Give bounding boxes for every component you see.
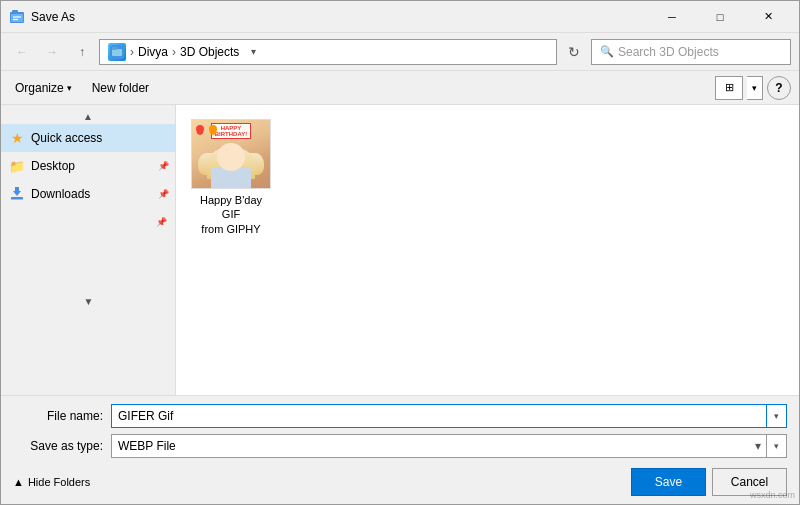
file-area: HAPPYBIRTHDAY! Happy B'day GIFfrom GIPHY	[176, 105, 799, 395]
window-controls: ─ □ ✕	[649, 1, 791, 33]
main-area: ▲ ★ Quick access 📁 Desktop 📌	[1, 105, 799, 395]
save-as-type-wrapper: WEBP File	[111, 434, 767, 458]
file-name-label: File name:	[13, 409, 103, 423]
svg-marker-9	[13, 187, 21, 196]
hide-folders-label: Hide Folders	[28, 476, 90, 488]
help-button[interactable]: ?	[767, 76, 791, 100]
up-button[interactable]: ↑	[69, 39, 95, 65]
organize-label: Organize	[15, 81, 64, 95]
search-icon: 🔍	[600, 45, 614, 58]
bottom-area: File name: ▾ Save as type: WEBP File ▾ ▲…	[1, 395, 799, 504]
path-separator-1: ›	[130, 45, 134, 59]
desktop-folder-icon: 📁	[9, 158, 25, 174]
downloads-label: Downloads	[31, 187, 90, 201]
sidebar-scroll-up[interactable]: ▲	[1, 109, 175, 124]
organize-button[interactable]: Organize ▾	[9, 76, 78, 100]
title-bar: Save As ─ □ ✕	[1, 1, 799, 33]
file-name-row: File name: ▾	[13, 404, 787, 428]
svg-rect-8	[11, 197, 23, 200]
hide-folders-button[interactable]: ▲ Hide Folders	[13, 476, 90, 488]
address-path[interactable]: › Divya › 3D Objects ▾	[99, 39, 557, 65]
downloads-icon	[9, 186, 25, 202]
file-name: Happy B'day GIFfrom GIPHY	[190, 193, 272, 236]
maximize-button[interactable]: □	[697, 1, 743, 33]
minimize-button[interactable]: ─	[649, 1, 695, 33]
view-dropdown-button[interactable]: ▾	[747, 76, 763, 100]
extra-pin-icon: 📌	[156, 217, 167, 227]
forward-button[interactable]: →	[39, 39, 65, 65]
toolbar: Organize ▾ New folder ⊞ ▾ ?	[1, 71, 799, 105]
downloads-pin-icon: 📌	[158, 189, 169, 199]
file-item[interactable]: HAPPYBIRTHDAY! Happy B'day GIFfrom GIPHY	[186, 115, 276, 240]
save-as-type-row: Save as type: WEBP File ▾	[13, 434, 787, 458]
path-icon	[108, 43, 126, 61]
hide-folders-chevron-icon: ▲	[13, 476, 24, 488]
view-button[interactable]: ⊞	[715, 76, 743, 100]
toolbar-right: ⊞ ▾ ?	[715, 76, 791, 100]
save-type-dropdown-button[interactable]: ▾	[767, 434, 787, 458]
save-as-type-select[interactable]: WEBP File	[111, 434, 767, 458]
search-placeholder: Search 3D Objects	[618, 45, 719, 59]
svg-rect-6	[112, 49, 122, 56]
watermark: wsxdn.com	[750, 490, 795, 500]
refresh-button[interactable]: ↻	[561, 39, 587, 65]
action-row: ▲ Hide Folders Save Cancel	[13, 464, 787, 496]
birthday-image: HAPPYBIRTHDAY!	[192, 119, 270, 189]
sidebar-item-desktop[interactable]: 📁 Desktop 📌	[1, 152, 175, 180]
save-as-type-label: Save as type:	[13, 439, 103, 453]
svg-rect-2	[11, 14, 23, 22]
path-divya: Divya	[138, 45, 168, 59]
svg-rect-1	[12, 10, 18, 14]
address-bar: ← → ↑ › Divya › 3D Objects ▾ ↻ 🔍 Search …	[1, 33, 799, 71]
dialog-title: Save As	[31, 10, 649, 24]
path-separator-2: ›	[172, 45, 176, 59]
desktop-label: Desktop	[31, 159, 75, 173]
file-name-dropdown-button[interactable]: ▾	[767, 404, 787, 428]
file-name-input[interactable]	[111, 404, 767, 428]
close-button[interactable]: ✕	[745, 1, 791, 33]
save-button[interactable]: Save	[631, 468, 706, 496]
search-box[interactable]: 🔍 Search 3D Objects	[591, 39, 791, 65]
file-thumbnail: HAPPYBIRTHDAY!	[191, 119, 271, 189]
organize-dropdown-icon: ▾	[67, 83, 72, 93]
path-3d-objects: 3D Objects	[180, 45, 239, 59]
sidebar-item-downloads[interactable]: Downloads 📌	[1, 180, 175, 208]
quick-access-label: Quick access	[31, 131, 102, 145]
sidebar: ▲ ★ Quick access 📁 Desktop 📌	[1, 105, 176, 395]
new-folder-button[interactable]: New folder	[86, 76, 155, 100]
desktop-pin-icon: 📌	[158, 161, 169, 171]
address-dropdown-button[interactable]: ▾	[243, 39, 263, 65]
dialog-icon	[9, 9, 25, 25]
sidebar-scroll-down[interactable]: ▼	[1, 294, 176, 309]
sidebar-item-quick-access[interactable]: ★ Quick access	[1, 124, 175, 152]
sidebar-item-extra[interactable]: 📌	[1, 208, 175, 236]
back-button[interactable]: ←	[9, 39, 35, 65]
svg-rect-7	[112, 47, 117, 50]
quick-access-icon: ★	[9, 130, 25, 146]
